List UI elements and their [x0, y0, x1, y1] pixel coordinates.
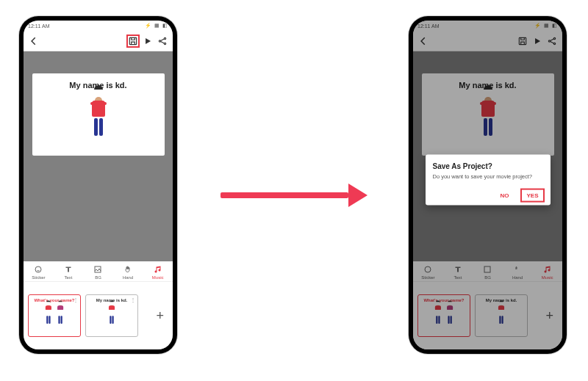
back-icon[interactable] [28, 35, 40, 47]
save-project-dialog: Save As Project? Do you want to save you… [426, 155, 551, 206]
tool-label: BG [95, 275, 101, 280]
timeline-thumb[interactable]: What's your name? ⋮ [28, 294, 81, 337]
status-icons: ⚡ ▦ ◧ [145, 23, 168, 29]
tool-music[interactable]: Music [146, 264, 171, 280]
current-slide: My name is kd. [32, 73, 165, 156]
thumb-preview [43, 304, 65, 324]
timeline[interactable]: What's your name? ⋮ My name is kd. ⋮ + [24, 282, 173, 349]
thumb-preview [107, 304, 117, 324]
svg-point-8 [553, 37, 555, 39]
svg-point-7 [548, 40, 550, 41]
toolbar: Sticker Text BG Hand Music [24, 261, 173, 282]
thumb-menu-icon[interactable]: ⋮ [130, 297, 136, 303]
phone-before: 12:11 AM ⚡ ▦ ◧ My name is kd. [19, 16, 177, 354]
toolbar: Sticker Text BG Hand Music [413, 261, 562, 282]
tool-label: Hand [123, 275, 133, 280]
status-time: 12:11 AM [417, 23, 440, 29]
timeline-thumb[interactable]: My name is kd. ⋮ [85, 294, 138, 337]
svg-point-2 [164, 37, 165, 39]
svg-point-4 [35, 266, 41, 272]
save-project-icon[interactable] [517, 35, 528, 47]
thumb-title: What's your name? [34, 298, 74, 302]
arrow-annotation [220, 188, 368, 203]
share-icon[interactable] [157, 35, 168, 47]
dialog-title: Save As Project? [433, 162, 543, 170]
bottom-panel: Sticker Text BG Hand Music What's your n… [413, 261, 562, 349]
tool-label: Sticker [32, 275, 45, 280]
svg-rect-11 [484, 266, 490, 272]
tool-bg[interactable]: BG [475, 264, 500, 280]
share-icon[interactable] [546, 35, 558, 47]
timeline: What's your name? My name is kd. + [413, 282, 562, 349]
hand-icon [123, 264, 133, 275]
tool-text[interactable]: Text [445, 264, 470, 280]
status-time: 12:11 AM [28, 23, 50, 29]
timeline-thumb[interactable]: My name is kd. [475, 294, 528, 337]
tool-music[interactable]: Music [535, 264, 560, 280]
timeline-thumb[interactable]: What's your name? [417, 294, 470, 337]
add-slide-button[interactable]: + [156, 308, 164, 324]
svg-point-9 [553, 43, 555, 44]
music-icon [153, 264, 163, 275]
canvas-gap [24, 178, 173, 261]
back-icon[interactable] [417, 35, 429, 47]
svg-point-3 [164, 43, 165, 44]
save-project-icon[interactable] [127, 35, 139, 47]
character [87, 92, 110, 137]
character [477, 92, 499, 137]
dialog-no-button[interactable]: NO [495, 190, 513, 201]
tool-bg[interactable]: BG [85, 264, 110, 280]
tool-hand[interactable]: Hand [115, 264, 140, 280]
screen: 12:11 AM ⚡ ▦ ◧ My name is kd. [24, 21, 173, 349]
phone-after: 12:11 AM ⚡ ▦ ◧ My name is kd. [409, 16, 567, 354]
tool-label: Music [152, 275, 164, 280]
current-slide: My name is kd. [422, 73, 554, 156]
app-bar [413, 31, 562, 51]
svg-point-10 [425, 266, 431, 272]
tool-sticker[interactable]: Sticker [415, 264, 440, 280]
svg-rect-0 [129, 37, 136, 44]
tool-text[interactable]: Text [56, 264, 81, 280]
thumb-menu-icon[interactable]: ⋮ [73, 297, 79, 303]
tool-hand[interactable]: Hand [505, 264, 530, 280]
dialog-yes-button[interactable]: YES [522, 190, 542, 201]
text-icon [63, 264, 74, 275]
play-icon[interactable] [142, 35, 154, 47]
tool-label: Text [64, 275, 72, 280]
bg-icon [93, 264, 103, 275]
screen: 12:11 AM ⚡ ▦ ◧ My name is kd. [413, 21, 562, 349]
svg-point-1 [159, 40, 160, 41]
status-bar: 12:11 AM ⚡ ▦ ◧ [413, 21, 562, 31]
svg-rect-6 [519, 37, 526, 44]
status-bar: 12:11 AM ⚡ ▦ ◧ [24, 21, 173, 31]
app-bar [24, 31, 173, 51]
sticker-icon [33, 264, 43, 275]
bottom-panel: Sticker Text BG Hand Music [24, 261, 173, 349]
tool-sticker[interactable]: Sticker [26, 264, 51, 280]
canvas[interactable]: My name is kd. [24, 51, 173, 178]
play-icon[interactable] [531, 35, 543, 47]
add-slide-button[interactable]: + [545, 308, 553, 324]
dialog-body: Do you want to save your movie project? [433, 173, 543, 180]
status-icons: ⚡ ▦ ◧ [534, 23, 558, 29]
dialog-actions: NO YES [433, 190, 543, 201]
